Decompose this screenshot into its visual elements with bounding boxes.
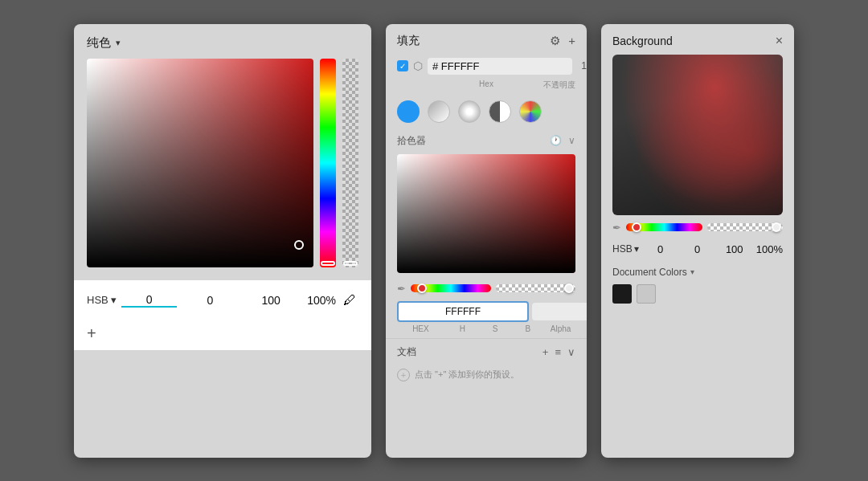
hsb-opacity[interactable]: 100%: [304, 294, 336, 307]
doc-menu-icon[interactable]: ≡: [555, 346, 561, 358]
doc-colors-chevron-icon[interactable]: ▾: [690, 267, 694, 276]
bg-hsb-chevron-icon: ▾: [634, 243, 639, 255]
swatch-light[interactable]: [637, 284, 656, 304]
bg-alpha-thumb: [772, 222, 781, 232]
picker-chevron-icon[interactable]: ∨: [568, 135, 575, 146]
canvas-thumb[interactable]: [294, 240, 304, 250]
alpha-slider-p2[interactable]: [496, 284, 576, 292]
hsb-h-value[interactable]: 0: [121, 293, 178, 308]
hex-input[interactable]: [397, 301, 529, 322]
radial-gradient-button[interactable]: [458, 100, 481, 123]
fill-labels: Hex 不透明度: [386, 78, 587, 96]
close-icon[interactable]: ×: [776, 34, 783, 48]
bg-h-val[interactable]: 0: [645, 243, 676, 255]
panel-fill: 填充 ⚙ + ✓ ⬡ 100% Hex 不透明度 拾色器 🕐 ∨ ✒: [386, 24, 587, 458]
fill-title: 填充: [397, 34, 420, 48]
fill-header-icons: ⚙ +: [550, 34, 575, 48]
fill-checkbox[interactable]: ✓: [397, 60, 408, 71]
fill-opacity-col-label: 不透明度: [516, 79, 575, 91]
fill-hex-label: Hex: [457, 79, 516, 91]
alpha-strip[interactable]: [342, 59, 358, 267]
add-preset-button[interactable]: +: [87, 325, 96, 341]
s-col-label: S: [481, 324, 510, 333]
b-col-label: B: [513, 324, 542, 333]
hex-col-label: HEX: [397, 324, 444, 333]
add-hint-text: 点击 "+" 添加到你的预设。: [415, 369, 519, 381]
add-hint-circle: +: [397, 369, 410, 381]
linear-gradient-button[interactable]: [428, 100, 450, 123]
bg-header: Background ×: [601, 24, 794, 55]
swatch-dark[interactable]: [612, 284, 632, 304]
eyedropper-sm-icon[interactable]: ✒: [397, 283, 406, 295]
doc-swatches: [612, 284, 783, 304]
hsb-row: HSB ▾ 0 0 100 100% 🖊: [74, 280, 371, 317]
solid-color-button[interactable]: [397, 100, 420, 123]
bg-gradient: [612, 55, 783, 215]
doc-label: 文档: [397, 345, 416, 359]
doc-colors-label: Document Colors: [612, 267, 687, 278]
hsb-s-value[interactable]: 0: [182, 294, 238, 307]
bg-hsb-label: HSB: [612, 243, 633, 255]
hue-gradient: [320, 59, 336, 267]
fill-hex-display[interactable]: [428, 58, 572, 75]
hue-slider-p2[interactable]: [411, 284, 491, 292]
eyedropper-button[interactable]: 🖊: [341, 291, 358, 309]
h-col-label: H: [448, 324, 477, 333]
doc-add-icon[interactable]: +: [542, 346, 549, 358]
chevron-down-icon[interactable]: ▾: [116, 38, 121, 48]
fill-hex-col-label: [397, 79, 457, 91]
fill-swatch-icon: ⬡: [413, 59, 423, 72]
gradient-dark: [87, 59, 313, 267]
color-picker-area[interactable]: [87, 59, 358, 267]
h-input[interactable]: [532, 303, 587, 320]
doc-icons: + ≡ ∨: [542, 346, 575, 358]
hsb-mode-label: HSB: [87, 294, 108, 306]
mini-grad2: [397, 154, 575, 273]
bg-eyedropper-icon[interactable]: ✒: [612, 222, 621, 234]
hue-thumb[interactable]: [321, 261, 335, 266]
clock-icon[interactable]: 🕐: [550, 135, 562, 146]
color-inputs-row: [386, 298, 587, 324]
panel1-header: 纯色 ▾: [74, 24, 371, 59]
add-hint: + 点击 "+" 添加到你的预设。: [386, 365, 587, 389]
alpha-slider-thumb-p2: [564, 283, 574, 293]
hsb-mode-select[interactable]: HSB ▾: [87, 294, 117, 306]
hsb-b-value[interactable]: 100: [243, 294, 299, 307]
bg-opacity[interactable]: 100%: [756, 243, 783, 255]
panel1-title: 纯色: [87, 35, 111, 51]
bg-s-val[interactable]: 0: [682, 243, 713, 255]
gear-icon[interactable]: ⚙: [550, 34, 560, 48]
add-row: +: [74, 317, 371, 350]
bg-hsb-row: HSB ▾ 0 0 100 100%: [601, 237, 794, 260]
panel-solid-color: 纯色 ▾ HSB ▾ 0 0 100 100% 🖊: [74, 24, 371, 458]
hue-strip[interactable]: [320, 59, 336, 267]
alpha-thumb[interactable]: [343, 261, 358, 266]
bg-sliders-wrap: ✒: [601, 215, 794, 237]
half-color-button[interactable]: [489, 100, 511, 123]
panel-background: Background × ✒ HSB ▾ 0 0 100 100% Docume…: [601, 24, 794, 458]
bg-preview: [612, 55, 783, 215]
doc-section: 文档 + ≡ ∨: [386, 338, 587, 365]
doc-chevron-icon[interactable]: ∨: [567, 346, 575, 358]
color-canvas[interactable]: [87, 59, 313, 267]
fill-header: 填充 ⚙ +: [386, 24, 587, 55]
fill-row1: ✓ ⬡ 100%: [386, 55, 587, 78]
bg-hue-slider[interactable]: [626, 223, 702, 231]
alpha-col-label: Alpha: [546, 324, 575, 333]
doc-colors-section: Document Colors ▾: [601, 260, 794, 308]
sliders-wrap: ✒: [386, 276, 587, 298]
hsb-chevron-icon[interactable]: ▾: [111, 294, 117, 306]
color-types: [386, 96, 587, 129]
bg-hsb-select[interactable]: HSB ▾: [612, 243, 639, 255]
picker-label-row: 拾色器 🕐 ∨: [386, 129, 587, 151]
bg-b-val[interactable]: 100: [719, 243, 750, 255]
image-fill-button[interactable]: [519, 100, 542, 123]
doc-colors-label-row: Document Colors ▾: [612, 267, 783, 278]
bg-alpha-slider[interactable]: [707, 223, 784, 231]
bg-hue-thumb: [632, 222, 641, 232]
color-input-labels: HEX H S B Alpha: [386, 324, 587, 338]
bg-title: Background: [612, 35, 673, 47]
picker-label: 拾色器: [397, 134, 426, 148]
mini-color-canvas[interactable]: [397, 154, 575, 273]
fill-add-icon[interactable]: +: [568, 34, 575, 48]
